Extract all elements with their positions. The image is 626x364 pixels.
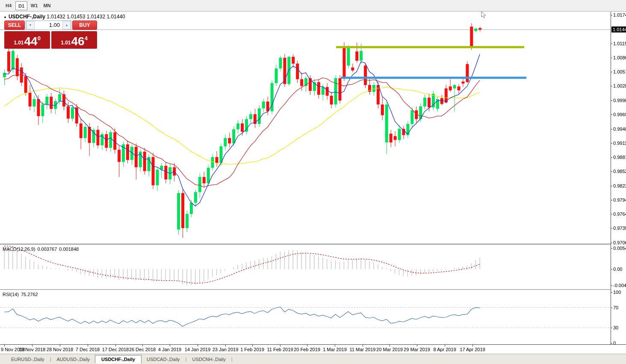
rsi-pane: RSI(14)75.2762 xyxy=(0,290,626,344)
date-axis-label: 14 Jan 2019 xyxy=(185,347,211,352)
date-axis-label: 23 Jan 2019 xyxy=(213,347,239,352)
tab-usdcnh[interactable]: USDCNH-,Daily xyxy=(187,355,230,363)
macd-label: MACD(12,26,9)0.0037670.001848 xyxy=(3,247,81,252)
rsi-axis-label: 100 xyxy=(613,290,621,295)
price-axis-label: 0.99110 xyxy=(613,141,626,146)
axis-tick-mark xyxy=(611,143,612,144)
axis-tick-mark xyxy=(611,114,612,115)
price-axis-label: 0.97060 xyxy=(613,240,626,245)
date-tick-mark xyxy=(142,345,143,346)
chevron-up-icon: ▲ xyxy=(65,23,68,26)
axis-tick-mark xyxy=(611,86,612,86)
sell-price-big: 44 xyxy=(24,36,37,47)
axis-tick-mark xyxy=(611,72,612,72)
date-axis-label: 28 Nov 2018 xyxy=(47,347,73,352)
macd-axis-label: 0.005429 xyxy=(613,246,626,251)
axis-tick-mark xyxy=(611,58,612,58)
timeframe-button-w1[interactable]: W1 xyxy=(28,1,40,10)
tab-separator: | xyxy=(231,357,233,362)
date-axis[interactable]: 9 Nov 201819 Nov 201828 Nov 20187 Dec 20… xyxy=(0,344,626,354)
chevron-down-icon: ▼ xyxy=(29,23,32,26)
chart-symbol: USDCHF-,Daily xyxy=(9,14,45,20)
date-tick-mark xyxy=(280,345,281,346)
rsi-axis-label: 70 xyxy=(613,305,618,310)
sell-price-pip: 0 xyxy=(38,35,41,41)
volume-input[interactable]: 1.00 xyxy=(35,21,62,29)
tab-usdcad[interactable]: USDCAD-,Daily xyxy=(142,355,185,363)
price-axis-label: 0.99400 xyxy=(613,126,626,132)
macd-canvas[interactable] xyxy=(0,245,611,289)
date-axis-label: 20 Mar 2019 xyxy=(376,347,403,352)
chart-tabs: EURUSD-,Daily|AUDUSD-,DailyUSDCHF-,Daily… xyxy=(0,354,626,364)
date-tick-mark xyxy=(198,345,198,346)
date-axis-label: 26 Dec 2018 xyxy=(129,347,156,352)
rsi-name: RSI(14) xyxy=(3,292,19,297)
macd-pane: MACD(12,26,9)0.0037670.001848 xyxy=(0,245,626,289)
buy-price-display[interactable]: 1.01464 xyxy=(51,31,97,49)
axis-tick-mark xyxy=(611,186,612,186)
date-axis-label: 4 Jan 2019 xyxy=(158,347,181,352)
sell-price-display[interactable]: 1.01440 xyxy=(4,31,50,49)
macd-axis-label: -0.004217 xyxy=(613,283,626,288)
price-axis-label: 0.98815 xyxy=(613,155,626,160)
price-axis-label: 0.97940 xyxy=(613,197,626,203)
axis-tick-mark xyxy=(611,157,612,158)
buy-button[interactable]: BUY xyxy=(72,21,97,30)
axis-tick-mark xyxy=(611,15,612,15)
axis-tick-mark xyxy=(611,285,612,286)
price-axis-label: 1.01155 xyxy=(613,41,626,46)
tab-eurusd[interactable]: EURUSD-,Daily xyxy=(6,355,50,363)
timeframe-button-mn[interactable]: MN xyxy=(41,1,53,10)
date-tick-mark xyxy=(445,345,445,346)
buy-price-big: 46 xyxy=(71,36,84,47)
price-axis-label: 1.00865 xyxy=(613,55,626,60)
macd-axis-label: 0.00 xyxy=(613,267,622,272)
date-axis-label: 1 Feb 2019 xyxy=(240,347,264,352)
axis-tick-mark xyxy=(611,214,612,214)
date-axis-label: 19 Nov 2018 xyxy=(19,347,45,352)
tab-audusd[interactable]: AUDUSD-,Daily xyxy=(51,355,95,363)
rsi-axis-label: 30 xyxy=(613,325,618,330)
date-tick-mark xyxy=(4,345,5,346)
date-axis-label: 7 Dec 2018 xyxy=(76,347,100,352)
date-tick-mark xyxy=(417,345,417,346)
rsi-label: RSI(14)75.2762 xyxy=(3,292,40,297)
date-tick-mark xyxy=(472,345,473,346)
date-axis-label: 17 Apr 2019 xyxy=(460,347,485,352)
price-axis-label: 0.97645 xyxy=(613,211,626,217)
timeframe-button-d1[interactable]: D1 xyxy=(15,1,27,10)
tab-separator: | xyxy=(50,357,51,362)
axis-tick-mark xyxy=(611,308,612,308)
chart-title: ▲USDCHF-,Daily 1.01432 1.01453 1.01432 1… xyxy=(3,14,125,20)
date-tick-mark xyxy=(88,345,88,346)
price-axis-label: 0.98230 xyxy=(613,183,626,188)
volume-increase-button[interactable]: ▲ xyxy=(62,21,71,29)
date-axis-label: 20 Feb 2019 xyxy=(294,347,320,352)
price-axis[interactable]: 1.017401.011551.008651.005701.002800.999… xyxy=(611,12,626,344)
macd-main-value: 0.003767 xyxy=(37,247,57,252)
mouse-cursor xyxy=(481,12,486,19)
tab-usdchf[interactable]: USDCHF-,Daily xyxy=(95,355,142,364)
axis-tick-mark xyxy=(611,343,612,343)
collapse-icon[interactable]: ▲ xyxy=(3,15,7,19)
macd-signal-value: 0.001848 xyxy=(59,247,79,252)
sell-button[interactable]: SELL xyxy=(4,21,25,30)
date-tick-mark xyxy=(170,345,170,346)
axis-tick-mark xyxy=(611,292,612,293)
date-tick-mark xyxy=(60,345,60,346)
rsi-canvas[interactable] xyxy=(0,290,611,344)
price-axis-label: 0.99985 xyxy=(613,98,626,103)
date-axis-label: 11 Feb 2019 xyxy=(267,347,293,352)
date-axis-label: 29 Mar 2019 xyxy=(404,347,430,352)
volume-spinner: ▼ 1.00 ▲ xyxy=(26,21,71,30)
buy-price-prefix: 1.01 xyxy=(61,40,71,46)
timeframe-button-h4[interactable]: H4 xyxy=(3,1,15,10)
axis-tick-mark xyxy=(611,228,612,229)
price-axis-label: 1.00570 xyxy=(613,69,626,74)
axis-tick-mark xyxy=(611,328,612,328)
rsi-value: 75.2762 xyxy=(21,292,38,297)
price-axis-label: 0.98525 xyxy=(613,169,626,174)
axis-tick-mark xyxy=(611,200,612,200)
volume-decrease-button[interactable]: ▼ xyxy=(26,21,35,29)
axis-tick-mark xyxy=(611,269,612,270)
